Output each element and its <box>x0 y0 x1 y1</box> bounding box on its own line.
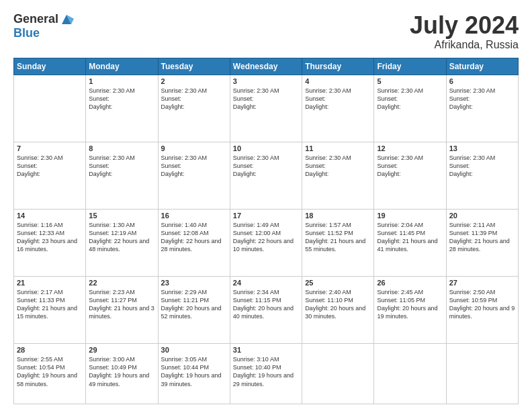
calendar-cell: 11Sunrise: 2:30 AMSunset: Daylight: <box>302 142 374 209</box>
day-info: Sunrise: 2:50 AMSunset: 10:59 PMDaylight… <box>449 288 515 321</box>
day-number: 31 <box>233 346 299 354</box>
weekday-header-wednesday: Wednesday <box>230 58 302 75</box>
calendar-cell: 22Sunrise: 2:23 AMSunset: 11:27 PMDaylig… <box>86 276 158 343</box>
calendar-cell: 31Sunrise: 3:10 AMSunset: 10:40 PMDaylig… <box>230 344 302 404</box>
day-number: 18 <box>305 212 371 220</box>
day-number: 3 <box>233 77 299 85</box>
day-info: Sunrise: 2:23 AMSunset: 11:27 PMDaylight… <box>89 288 154 321</box>
day-info: Sunrise: 2:34 AMSunset: 11:15 PMDaylight… <box>233 288 299 321</box>
day-number: 16 <box>161 212 227 220</box>
logo-blue: Blue <box>13 27 75 40</box>
calendar-cell: 12Sunrise: 2:30 AMSunset: Daylight: <box>374 142 446 209</box>
day-number: 26 <box>377 279 443 287</box>
day-number: 1 <box>89 77 154 85</box>
calendar-cell: 1Sunrise: 2:30 AMSunset: Daylight: <box>86 75 158 142</box>
calendar-cell: 14Sunrise: 1:16 AMSunset: 12:33 AMDaylig… <box>14 209 86 276</box>
calendar-cell: 15Sunrise: 1:30 AMSunset: 12:19 AMDaylig… <box>86 209 158 276</box>
day-number: 4 <box>305 77 371 85</box>
day-number: 10 <box>233 144 299 152</box>
day-info: Sunrise: 1:16 AMSunset: 12:33 AMDaylight… <box>17 221 83 254</box>
calendar-cell: 29Sunrise: 3:00 AMSunset: 10:49 PMDaylig… <box>86 344 158 404</box>
logo-icon <box>59 12 74 27</box>
day-info: Sunrise: 2:30 AMSunset: Daylight: <box>17 154 83 178</box>
calendar-cell: 9Sunrise: 2:30 AMSunset: Daylight: <box>158 142 230 209</box>
weekday-header-sunday: Sunday <box>14 58 86 75</box>
header: General Blue July 2024 Afrikanda, Russia <box>13 12 519 51</box>
calendar-body: 1Sunrise: 2:30 AMSunset: Daylight: 2Sunr… <box>14 75 519 404</box>
calendar-week-1: 1Sunrise: 2:30 AMSunset: Daylight: 2Sunr… <box>14 75 519 142</box>
day-number: 14 <box>17 212 83 220</box>
day-info: Sunrise: 2:29 AMSunset: 11:21 PMDaylight… <box>161 288 227 321</box>
day-number: 5 <box>377 77 443 85</box>
day-info: Sunrise: 3:00 AMSunset: 10:49 PMDaylight… <box>89 355 154 388</box>
day-number: 6 <box>449 77 515 85</box>
calendar-week-5: 28Sunrise: 2:55 AMSunset: 10:54 PMDaylig… <box>14 344 519 404</box>
calendar-cell: 17Sunrise: 1:49 AMSunset: 12:00 AMDaylig… <box>230 209 302 276</box>
calendar-cell: 23Sunrise: 2:29 AMSunset: 11:21 PMDaylig… <box>158 276 230 343</box>
day-number: 21 <box>17 279 83 287</box>
day-info: Sunrise: 3:10 AMSunset: 10:40 PMDaylight… <box>233 355 299 388</box>
weekday-header-saturday: Saturday <box>446 58 518 75</box>
day-number: 15 <box>89 212 154 220</box>
day-number: 23 <box>161 279 227 287</box>
day-info: Sunrise: 2:30 AMSunset: Daylight: <box>377 154 443 178</box>
calendar-cell: 6Sunrise: 2:30 AMSunset: Daylight: <box>446 75 518 142</box>
calendar-cell: 8Sunrise: 2:30 AMSunset: Daylight: <box>86 142 158 209</box>
day-info: Sunrise: 2:11 AMSunset: 11:39 PMDaylight… <box>449 221 515 254</box>
day-info: Sunrise: 2:30 AMSunset: Daylight: <box>449 154 515 178</box>
day-info: Sunrise: 2:30 AMSunset: Daylight: <box>233 154 299 178</box>
calendar-cell <box>374 344 446 404</box>
day-number: 30 <box>161 346 227 354</box>
title-month: July 2024 <box>410 12 519 39</box>
day-number: 25 <box>305 279 371 287</box>
weekday-header-friday: Friday <box>374 58 446 75</box>
calendar-cell: 18Sunrise: 1:57 AMSunset: 11:52 PMDaylig… <box>302 209 374 276</box>
day-number: 8 <box>89 144 154 152</box>
weekday-header-monday: Monday <box>86 58 158 75</box>
day-number: 24 <box>233 279 299 287</box>
calendar-cell: 27Sunrise: 2:50 AMSunset: 10:59 PMDaylig… <box>446 276 518 343</box>
calendar-cell: 5Sunrise: 2:30 AMSunset: Daylight: <box>374 75 446 142</box>
calendar-cell: 26Sunrise: 2:45 AMSunset: 11:05 PMDaylig… <box>374 276 446 343</box>
day-info: Sunrise: 2:30 AMSunset: Daylight: <box>377 87 443 111</box>
day-info: Sunrise: 2:30 AMSunset: Daylight: <box>89 154 154 178</box>
day-info: Sunrise: 2:55 AMSunset: 10:54 PMDaylight… <box>17 355 83 388</box>
day-info: Sunrise: 1:40 AMSunset: 12:08 AMDaylight… <box>161 221 227 254</box>
day-info: Sunrise: 2:30 AMSunset: Daylight: <box>161 154 227 178</box>
logo-text: General <box>13 12 75 27</box>
calendar-cell: 30Sunrise: 3:05 AMSunset: 10:44 PMDaylig… <box>158 344 230 404</box>
day-info: Sunrise: 2:45 AMSunset: 11:05 PMDaylight… <box>377 288 443 321</box>
calendar-cell: 19Sunrise: 2:04 AMSunset: 11:45 PMDaylig… <box>374 209 446 276</box>
day-number: 2 <box>161 77 227 85</box>
day-number: 17 <box>233 212 299 220</box>
calendar-cell: 10Sunrise: 2:30 AMSunset: Daylight: <box>230 142 302 209</box>
day-info: Sunrise: 2:30 AMSunset: Daylight: <box>449 87 515 111</box>
calendar-cell <box>446 344 518 404</box>
day-info: Sunrise: 2:40 AMSunset: 11:10 PMDaylight… <box>305 288 371 321</box>
day-number: 9 <box>161 144 227 152</box>
calendar-week-2: 7Sunrise: 2:30 AMSunset: Daylight: 8Sunr… <box>14 142 519 209</box>
day-number: 13 <box>449 144 515 152</box>
day-info: Sunrise: 2:04 AMSunset: 11:45 PMDaylight… <box>377 221 443 254</box>
page: General Blue July 2024 Afrikanda, Russia… <box>0 0 532 411</box>
day-info: Sunrise: 1:30 AMSunset: 12:19 AMDaylight… <box>89 221 154 254</box>
day-info: Sunrise: 2:30 AMSunset: Daylight: <box>233 87 299 111</box>
day-number: 11 <box>305 144 371 152</box>
calendar-cell: 7Sunrise: 2:30 AMSunset: Daylight: <box>14 142 86 209</box>
calendar-cell: 21Sunrise: 2:17 AMSunset: 11:33 PMDaylig… <box>14 276 86 343</box>
calendar-week-4: 21Sunrise: 2:17 AMSunset: 11:33 PMDaylig… <box>14 276 519 343</box>
title-location: Afrikanda, Russia <box>410 39 519 51</box>
calendar-cell: 28Sunrise: 2:55 AMSunset: 10:54 PMDaylig… <box>14 344 86 404</box>
day-number: 22 <box>89 279 154 287</box>
calendar-header-row: SundayMondayTuesdayWednesdayThursdayFrid… <box>14 58 519 75</box>
calendar-week-3: 14Sunrise: 1:16 AMSunset: 12:33 AMDaylig… <box>14 209 519 276</box>
day-info: Sunrise: 2:17 AMSunset: 11:33 PMDaylight… <box>17 288 83 321</box>
logo: General Blue <box>13 12 75 40</box>
calendar-cell: 3Sunrise: 2:30 AMSunset: Daylight: <box>230 75 302 142</box>
day-info: Sunrise: 2:30 AMSunset: Daylight: <box>161 87 227 111</box>
day-number: 20 <box>449 212 515 220</box>
calendar-cell: 16Sunrise: 1:40 AMSunset: 12:08 AMDaylig… <box>158 209 230 276</box>
day-number: 7 <box>17 144 83 152</box>
calendar-cell: 2Sunrise: 2:30 AMSunset: Daylight: <box>158 75 230 142</box>
calendar-cell <box>14 75 86 142</box>
